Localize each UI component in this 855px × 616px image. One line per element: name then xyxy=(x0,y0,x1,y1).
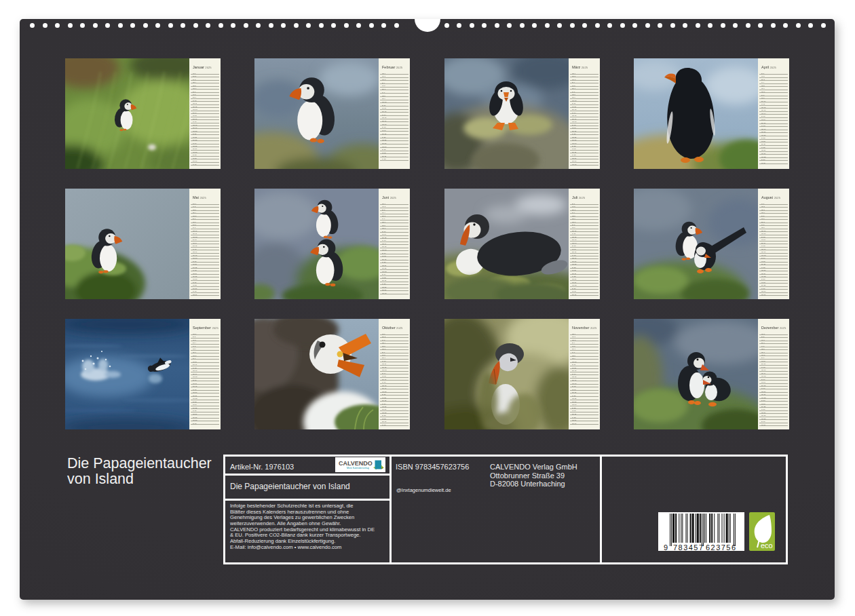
svg-text:623756: 623756 xyxy=(706,543,736,551)
svg-text:783457: 783457 xyxy=(673,543,703,551)
svg-text:9: 9 xyxy=(664,543,668,551)
svg-text:eco: eco xyxy=(761,541,773,550)
